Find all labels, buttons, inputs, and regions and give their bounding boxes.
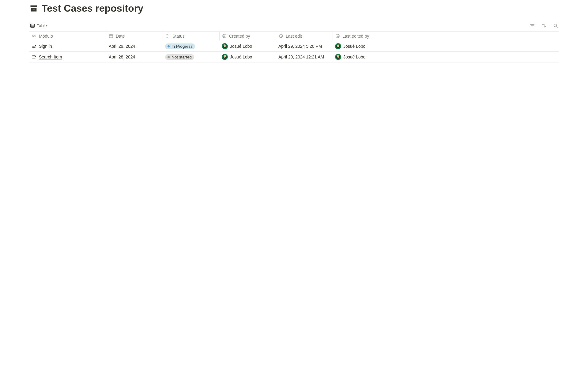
tab-table[interactable]: Table bbox=[29, 22, 47, 29]
svg-point-27 bbox=[337, 35, 338, 36]
cell-modulo[interactable]: Sign in bbox=[29, 41, 106, 51]
last-edit-value: April 29, 2024 5:20 PM bbox=[278, 44, 322, 49]
last-edited-by-name: Josué Lobo bbox=[343, 44, 365, 49]
note-icon bbox=[32, 44, 37, 49]
column-header-status[interactable]: Status bbox=[163, 32, 219, 41]
column-header-created-by[interactable]: Created by bbox=[219, 32, 276, 41]
status-label: Not started bbox=[172, 55, 192, 59]
column-label: Módulo bbox=[39, 34, 53, 39]
column-header-last-edit[interactable]: Last edit bbox=[276, 32, 333, 41]
svg-line-20 bbox=[168, 37, 169, 37]
cell-last-edited-by[interactable]: Josué Lobo bbox=[333, 41, 559, 51]
svg-rect-0 bbox=[31, 6, 37, 7]
status-badge: In Progress bbox=[165, 43, 195, 49]
cell-created-by[interactable]: Josué Lobo bbox=[219, 52, 276, 62]
svg-rect-1 bbox=[31, 8, 37, 12]
status-dot-icon bbox=[168, 56, 170, 58]
cell-last-edited-by[interactable]: Josué Lobo bbox=[333, 52, 559, 62]
column-header-modulo[interactable]: Aa Módulo bbox=[29, 32, 106, 41]
row-title[interactable]: Search Item bbox=[39, 54, 62, 60]
last-edit-value: April 29, 2024 12:21 AM bbox=[278, 54, 324, 59]
avatar bbox=[335, 43, 341, 49]
table-icon bbox=[30, 23, 35, 28]
sort-icon[interactable] bbox=[541, 23, 547, 29]
status-icon bbox=[165, 34, 170, 39]
row-title[interactable]: Sign in bbox=[39, 44, 52, 49]
last-edited-by-name: Josué Lobo bbox=[343, 54, 365, 59]
avatar bbox=[335, 54, 341, 60]
person-icon bbox=[335, 34, 340, 39]
avatar bbox=[222, 43, 228, 49]
search-icon[interactable] bbox=[552, 23, 559, 29]
status-badge: Not started bbox=[165, 54, 194, 60]
page-title[interactable]: Test Cases repository bbox=[42, 2, 143, 14]
column-header-last-edited-by[interactable]: Last edited by bbox=[333, 32, 559, 41]
created-by-name: Josué Lobo bbox=[230, 54, 252, 59]
view-bar: Table bbox=[29, 20, 559, 31]
note-icon bbox=[32, 54, 37, 59]
column-label: Last edited by bbox=[342, 34, 369, 39]
view-actions bbox=[529, 23, 559, 29]
created-by-name: Josué Lobo bbox=[230, 44, 252, 49]
table-row[interactable]: Search Item April 28, 2024 Not started J… bbox=[29, 52, 559, 62]
cell-date[interactable]: April 29, 2024 bbox=[106, 41, 163, 51]
svg-point-24 bbox=[224, 35, 225, 36]
text-icon: Aa bbox=[32, 34, 37, 39]
date-value: April 28, 2024 bbox=[109, 54, 135, 59]
cell-last-edit[interactable]: April 29, 2024 12:21 AM bbox=[276, 52, 333, 62]
date-value: April 29, 2024 bbox=[109, 44, 135, 49]
cell-status[interactable]: Not started bbox=[163, 52, 219, 62]
archive-icon bbox=[29, 4, 38, 13]
cell-date[interactable]: April 28, 2024 bbox=[106, 52, 163, 62]
cell-last-edit[interactable]: April 29, 2024 5:20 PM bbox=[276, 41, 333, 51]
page-header: Test Cases repository bbox=[29, 0, 559, 18]
column-label: Status bbox=[172, 34, 185, 39]
column-label: Last edit bbox=[286, 34, 302, 39]
tab-label: Table bbox=[37, 23, 47, 28]
table-header: Aa Módulo Date bbox=[29, 32, 559, 41]
calendar-icon bbox=[109, 34, 114, 39]
table-row[interactable]: Sign in April 29, 2024 In Progress Josué… bbox=[29, 41, 559, 52]
clock-icon bbox=[279, 34, 284, 39]
cell-modulo[interactable]: Search Item bbox=[29, 52, 106, 62]
svg-line-22 bbox=[168, 35, 169, 35]
cell-status[interactable]: In Progress bbox=[163, 41, 219, 51]
svg-rect-2 bbox=[33, 9, 35, 9]
status-label: In Progress bbox=[172, 44, 193, 49]
svg-rect-3 bbox=[31, 24, 35, 28]
column-header-date[interactable]: Date bbox=[106, 32, 163, 41]
svg-line-19 bbox=[166, 35, 167, 35]
svg-text:Aa: Aa bbox=[32, 35, 36, 38]
svg-rect-13 bbox=[109, 35, 113, 38]
svg-line-21 bbox=[166, 37, 167, 37]
column-label: Date bbox=[116, 34, 125, 39]
filter-icon[interactable] bbox=[529, 23, 535, 29]
column-label: Created by bbox=[229, 34, 250, 39]
svg-line-11 bbox=[556, 27, 558, 28]
avatar bbox=[222, 54, 228, 60]
status-dot-icon bbox=[168, 45, 170, 47]
cell-created-by[interactable]: Josué Lobo bbox=[219, 41, 276, 51]
table: Aa Módulo Date bbox=[29, 31, 559, 62]
person-icon bbox=[222, 34, 227, 39]
